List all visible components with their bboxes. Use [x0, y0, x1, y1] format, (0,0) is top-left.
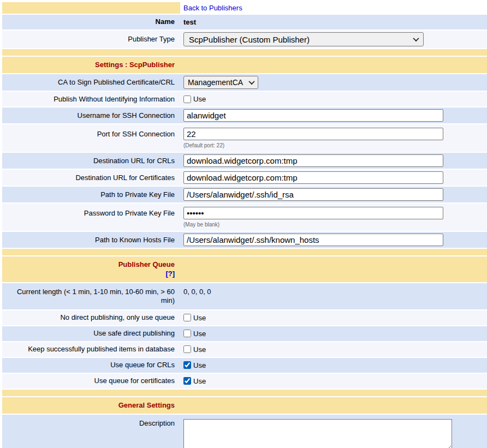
- queue-certs-row: Use queue for certificates Use: [2, 374, 487, 389]
- ca-label: CA to Sign Published Certificate/CRL: [2, 74, 180, 91]
- username-label: Username for SSH Connection: [2, 107, 180, 123]
- queue-crls-label: Use queue for CRLs: [2, 358, 180, 373]
- ca-select[interactable]: ManagementCA: [183, 76, 258, 89]
- publisher-type-select[interactable]: ScpPublisher (Custom Publisher): [183, 32, 424, 46]
- cert-url-row: Destination URL for Certificates: [2, 170, 487, 186]
- general-section-header-row: General Settings: [2, 397, 487, 414]
- publisher-queue-help-link[interactable]: [?]: [6, 270, 175, 278]
- anonymize-checkbox-label: Use: [193, 95, 206, 103]
- general-section-title: General Settings: [2, 397, 180, 414]
- key-path-label: Path to Private Key File: [2, 187, 180, 202]
- description-textarea[interactable]: [183, 419, 452, 448]
- keep-published-label: Keep successfully published items in dat…: [2, 342, 180, 357]
- description-row: Description: [2, 415, 487, 448]
- crl-url-label: Destination URL for CRLs: [2, 153, 180, 169]
- edit-publisher-page: Back to Publishers Name test Publisher T…: [2, 2, 487, 448]
- ca-row: CA to Sign Published Certificate/CRL Man…: [2, 74, 487, 91]
- section-divider: [2, 249, 487, 255]
- keep-published-checkbox[interactable]: [183, 345, 191, 353]
- username-row: Username for SSH Connection: [2, 107, 487, 123]
- keep-published-row: Keep successfully published items in dat…: [2, 342, 487, 357]
- safe-direct-label: Use safe direct publishing: [2, 326, 180, 341]
- known-hosts-row: Path to Known Hosts File: [2, 232, 487, 248]
- cert-url-label: Destination URL for Certificates: [2, 170, 180, 186]
- settings-section-title: Settings : ScpPublisher: [2, 57, 180, 73]
- publisher-type-row: Publisher Type ScpPublisher (Custom Publ…: [2, 31, 487, 48]
- name-row: Name test: [2, 15, 487, 29]
- queue-crls-checkbox-label: Use: [193, 361, 206, 369]
- known-hosts-label: Path to Known Hosts File: [2, 232, 180, 248]
- port-note: (Default port: 22): [183, 142, 224, 148]
- key-password-row: Password to Private Key File (May be bla…: [2, 204, 487, 231]
- safe-direct-checkbox-label: Use: [193, 330, 206, 338]
- queue-section-header-row: Publisher Queue[?]: [2, 256, 487, 282]
- key-password-label: Password to Private Key File: [2, 204, 180, 231]
- only-queue-checkbox-label: Use: [193, 314, 206, 322]
- queue-length-value: 0, 0, 0, 0: [180, 283, 487, 309]
- anonymize-label: Publish Without Identifying Information: [2, 92, 180, 106]
- queue-crls-row: Use queue for CRLs Use: [2, 358, 487, 373]
- name-value: test: [180, 15, 487, 29]
- key-password-input[interactable]: [183, 207, 443, 219]
- cert-url-input[interactable]: [183, 171, 443, 184]
- queue-certs-checkbox[interactable]: [183, 377, 191, 385]
- settings-section-header-row: Settings : ScpPublisher: [2, 57, 487, 73]
- crl-url-row: Destination URL for CRLs: [2, 153, 487, 169]
- publisher-type-label: Publisher Type: [2, 31, 180, 48]
- safe-direct-checkbox[interactable]: [183, 330, 191, 337]
- queue-crls-checkbox[interactable]: [183, 361, 191, 369]
- only-queue-row: No direct publishing, only use queue Use: [2, 310, 487, 325]
- section-divider: [2, 49, 487, 56]
- only-queue-label: No direct publishing, only use queue: [2, 310, 180, 325]
- queue-section-title: Publisher Queue: [4, 260, 175, 269]
- queue-certs-label: Use queue for certificates: [2, 374, 180, 389]
- keep-published-checkbox-label: Use: [193, 345, 206, 354]
- queue-length-row: Current length (< 1 min, 1-10 min, 10-60…: [2, 283, 487, 309]
- top-left-spacer: [2, 2, 180, 14]
- queue-certs-checkbox-label: Use: [193, 377, 206, 385]
- queue-length-label: Current length (< 1 min, 1-10 min, 10-60…: [2, 283, 180, 309]
- chevron-down-icon: [249, 79, 255, 85]
- name-label: Name: [2, 15, 180, 29]
- key-path-input[interactable]: [183, 188, 443, 201]
- only-queue-checkbox[interactable]: [183, 314, 191, 321]
- key-password-note: (May be blank): [183, 222, 219, 228]
- section-divider: [2, 390, 487, 396]
- anonymize-row: Publish Without Identifying Information …: [2, 92, 487, 106]
- back-link-row: Back to Publishers: [2, 2, 487, 14]
- key-path-row: Path to Private Key File: [2, 187, 487, 202]
- known-hosts-input[interactable]: [183, 234, 443, 246]
- chevron-down-icon: [413, 35, 419, 41]
- port-input[interactable]: [183, 128, 443, 140]
- username-input[interactable]: [183, 109, 443, 122]
- port-label: Port for SSH Connection: [2, 124, 180, 152]
- back-to-publishers-link[interactable]: Back to Publishers: [183, 4, 242, 12]
- crl-url-input[interactable]: [183, 154, 443, 167]
- anonymize-checkbox[interactable]: [183, 95, 191, 103]
- ca-selected-value: ManagementCA: [188, 78, 243, 87]
- publisher-type-selected-value: ScpPublisher (Custom Publisher): [189, 35, 310, 44]
- safe-direct-row: Use safe direct publishing Use: [2, 326, 487, 341]
- port-row: Port for SSH Connection (Default port: 2…: [2, 124, 487, 152]
- description-label: Description: [2, 415, 180, 448]
